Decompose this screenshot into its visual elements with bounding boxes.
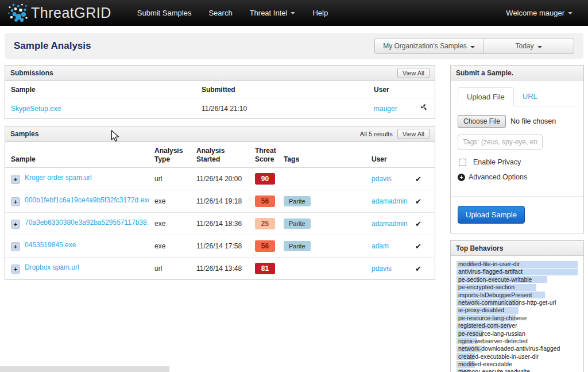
threat-score-badge: 56 bbox=[255, 195, 275, 207]
upload-sample-button[interactable]: Upload Sample bbox=[458, 206, 525, 224]
behavior-item[interactable]: imports-IsDebuggerPresent bbox=[457, 292, 578, 299]
expand-button[interactable]: + bbox=[11, 175, 20, 184]
submissions-view-all-button[interactable]: View All bbox=[397, 68, 430, 78]
main-content: Submissions View All Sample Submitted Us… bbox=[0, 65, 588, 372]
behavior-label: registered-com-server bbox=[457, 322, 517, 329]
tag-badge[interactable]: Parite bbox=[284, 218, 311, 229]
nav-item-threat-intel[interactable]: Threat Intel bbox=[241, 0, 304, 26]
tags-input[interactable] bbox=[458, 135, 543, 149]
time-range-dropdown[interactable]: Today bbox=[483, 38, 574, 54]
expand-button[interactable]: + bbox=[11, 197, 20, 206]
navbar: ThreatGRID Submit Samples Search Threat … bbox=[0, 0, 588, 26]
horizontal-scrollbar[interactable] bbox=[0, 366, 169, 372]
nav-item-search[interactable]: Search bbox=[200, 0, 241, 26]
behavior-item[interactable]: pe-encrypted-section bbox=[457, 283, 578, 291]
behavior-label: modified-file-in-user-dir bbox=[457, 260, 520, 267]
organization-samples-dropdown[interactable]: My Organization's Samples bbox=[374, 38, 483, 54]
nav-item-label: Help bbox=[312, 9, 328, 17]
samples-col-tags: Tags bbox=[278, 142, 366, 168]
file-picker-row: Choose File No file chosen bbox=[458, 115, 577, 128]
behavior-label: ie-proxy-disabled bbox=[457, 306, 504, 313]
behavior-item[interactable]: modified-executable bbox=[457, 361, 578, 368]
samples-panel-header: Samples All 5 results View All bbox=[5, 126, 435, 142]
analysis-type-cell: exe bbox=[149, 190, 191, 213]
nav-user-area: Welcome mauger bbox=[497, 0, 581, 26]
behavior-item[interactable]: network-downloaded-antivirus-flagged bbox=[457, 345, 578, 352]
user-menu-label: Welcome mauger bbox=[506, 9, 564, 17]
behavior-item[interactable]: antivirus-flagged-artifact bbox=[457, 268, 578, 275]
enable-privacy-label: Enable Privacy bbox=[473, 158, 521, 166]
analysis-type-cell: exe bbox=[149, 213, 191, 235]
brand[interactable]: ThreatGRID bbox=[7, 2, 111, 25]
nav-item-submit-samples[interactable]: Submit Samples bbox=[129, 0, 200, 26]
behavior-item[interactable]: nginx-webserver-detected bbox=[457, 338, 578, 345]
enable-privacy-checkbox[interactable] bbox=[459, 159, 466, 166]
check-icon: ✔ bbox=[415, 242, 421, 251]
submit-sample-title: Submit a Sample. bbox=[456, 69, 513, 77]
behavior-item[interactable]: pe-section-execute-writable bbox=[457, 276, 578, 283]
behavior-item[interactable]: memory-execute-readwrite bbox=[457, 368, 578, 372]
expand-button[interactable]: + bbox=[11, 242, 20, 251]
samples-title: Samples bbox=[10, 130, 38, 138]
analysis-running-spinner-icon bbox=[420, 105, 428, 113]
samples-view-all-button[interactable]: View All bbox=[397, 129, 430, 139]
check-icon: ✔ bbox=[415, 264, 421, 273]
behavior-item[interactable]: ie-proxy-disabled bbox=[457, 306, 578, 314]
behavior-item[interactable]: pe-resource-lang-russian bbox=[457, 330, 578, 338]
submission-sample-link[interactable]: SkypeSetup.exe bbox=[11, 105, 61, 113]
behavior-label: antivirus-flagged-artifact bbox=[457, 268, 523, 275]
choose-file-button[interactable]: Choose File bbox=[458, 115, 506, 128]
advanced-options-toggle[interactable]: + Advanced Options bbox=[458, 173, 577, 181]
nav-item-help[interactable]: Help bbox=[304, 0, 336, 26]
sample-link[interactable]: Kroger order spam.url bbox=[25, 174, 92, 182]
sample-user-link[interactable]: pdavis bbox=[372, 264, 392, 273]
top-behaviors-panel: Top Behaviors modified-file-in-user-dira… bbox=[450, 240, 584, 372]
tag-badge[interactable]: Parite bbox=[284, 196, 311, 206]
submissions-table-body: SkypeSetup.exe11/26/14 21:10mauger bbox=[5, 98, 435, 119]
user-menu[interactable]: Welcome mauger bbox=[497, 0, 581, 26]
sample-user-link[interactable]: adamadmin bbox=[372, 197, 408, 205]
behavior-label: imports-IsDebuggerPresent bbox=[457, 292, 532, 298]
tab-upload-file[interactable]: Upload File bbox=[458, 87, 514, 106]
behavior-item[interactable]: network-communications-http-get-url bbox=[457, 299, 578, 306]
behavior-label: pe-encrypted-section bbox=[457, 283, 514, 290]
submissions-col-status bbox=[414, 81, 435, 98]
sample-row: +Dropbox spam.urlurl11/26/14 13:4881pdav… bbox=[5, 258, 435, 280]
sample-row: +000b1febf1c6a19ce4a9b5f32fc3172d.exeexe… bbox=[5, 190, 435, 213]
samples-panel: Samples All 5 results View All Sample An… bbox=[5, 126, 435, 280]
behavior-item[interactable]: modified-file-in-user-dir bbox=[457, 260, 578, 268]
left-column: Submissions View All Sample Submitted Us… bbox=[5, 65, 435, 285]
filter-button-group: My Organization's Samples Today bbox=[374, 38, 574, 54]
sample-link[interactable]: 0453519845.exe bbox=[25, 241, 76, 249]
sample-link[interactable]: Dropbox spam.url bbox=[25, 263, 79, 271]
behavior-label: network-communications-http-get-url bbox=[457, 299, 556, 306]
sample-user-link[interactable]: adam bbox=[372, 242, 389, 250]
behavior-item[interactable]: pe-resource-lang-chinese bbox=[457, 315, 578, 322]
behavior-label: nginx-webserver-detected bbox=[457, 338, 528, 344]
tag-badge[interactable]: Parite bbox=[284, 241, 311, 251]
expand-button[interactable]: + bbox=[11, 220, 20, 229]
expand-button[interactable]: + bbox=[11, 264, 20, 274]
submissions-col-submitted: Submitted bbox=[196, 81, 368, 98]
analysis-type-cell: url bbox=[149, 258, 191, 280]
sample-row: +Kroger order spam.urlurl11/26/14 20:009… bbox=[5, 168, 435, 190]
behavior-item[interactable]: created-executable-in-user-dir bbox=[457, 353, 578, 361]
caret-down-icon bbox=[537, 46, 542, 48]
submissions-col-sample: Sample bbox=[5, 81, 196, 98]
submission-user-link[interactable]: mauger bbox=[374, 105, 397, 113]
tab-url[interactable]: URL bbox=[514, 87, 546, 106]
behavior-label: pe-section-execute-writable bbox=[457, 276, 532, 283]
file-chosen-status: No file chosen bbox=[510, 117, 556, 125]
samples-col-sample: Sample bbox=[5, 142, 149, 168]
plus-circle-icon: + bbox=[458, 174, 465, 181]
sample-user-link[interactable]: pdavis bbox=[372, 175, 392, 183]
submit-sample-header: Submit a Sample. bbox=[451, 66, 583, 80]
sample-link[interactable]: 70a3eb6330380e3a92ba529557117b38.exe bbox=[25, 218, 149, 227]
sample-user-link[interactable]: adamadmin bbox=[372, 220, 408, 228]
advanced-options-label: Advanced Options bbox=[469, 173, 527, 181]
behavior-item[interactable]: registered-com-server bbox=[457, 322, 578, 329]
sample-link[interactable]: 000b1febf1c6a19ce4a9b5f32fc3172d.exe bbox=[25, 196, 149, 204]
analysis-type-cell: exe bbox=[149, 235, 191, 258]
behavior-label: pe-resource-lang-chinese bbox=[457, 315, 527, 321]
submit-sample-body: Upload File URL Choose File No file chos… bbox=[451, 80, 583, 233]
